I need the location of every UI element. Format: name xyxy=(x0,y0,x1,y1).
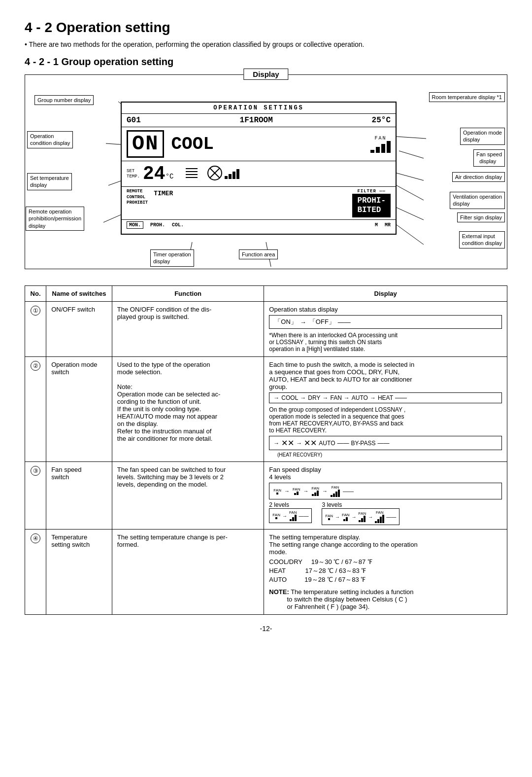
circle-4: ④ xyxy=(31,533,40,543)
filter-sign-ann: Filter sign display xyxy=(457,212,505,222)
row2-no: ② xyxy=(25,357,46,462)
arr4: —— xyxy=(343,488,354,494)
row3-display: Fan speed display 4 levels FAN → FAN xyxy=(264,462,507,530)
lcd-timer-label: TIMER xyxy=(154,190,173,197)
lcd-row2: G01 1F1ROOM 25°C xyxy=(122,114,396,127)
mode-bypass: BY-PASS xyxy=(351,440,375,447)
arr2: → xyxy=(303,488,308,494)
cool-dry-range: COOL/DRY 19～30 ℃ / 67～87 ℉ xyxy=(269,558,502,566)
fan-lv1-bars xyxy=(276,493,278,494)
fan-4-levels: FAN → FAN → FAN xyxy=(269,483,502,499)
lcd-fan-display: FAN xyxy=(370,136,391,153)
f2l2-bars xyxy=(290,515,297,521)
auto-range: AUTO 19～28 ℃ / 67～83 ℉ xyxy=(269,575,502,584)
heat-rec-icon-1: ✕✕ xyxy=(281,438,294,448)
fan-bar-4 xyxy=(387,141,391,153)
lcd-remote-label: REMOTECONTROLPROHIBIT xyxy=(127,189,148,206)
fan-bars xyxy=(370,141,391,153)
fan-3-levels: FAN → FAN xyxy=(322,508,399,525)
row2-display: Each time to push the switch, a mode is … xyxy=(264,357,507,462)
row4-name: Temperaturesetting switch xyxy=(46,530,112,615)
external-input-ann: External inputcondition display xyxy=(459,231,505,248)
air-direction-ann: Air direction display xyxy=(452,172,505,182)
table-row: ③ Fan speedswitch The fan speed can be s… xyxy=(25,462,507,530)
timer-operation-ann: Timer operationdisplay xyxy=(150,249,194,267)
bar1 xyxy=(312,494,314,496)
four-levels-label: 4 levels xyxy=(269,473,502,481)
off-state: 「OFF」 xyxy=(309,318,335,326)
lcd-prohib-box: PROHI-BITED xyxy=(352,194,391,217)
circle-2: ② xyxy=(31,361,40,371)
arrow-cool: → xyxy=(273,394,279,401)
bar2 xyxy=(333,494,335,497)
bar3 xyxy=(317,491,319,496)
mode-auto: AUTO xyxy=(352,394,368,401)
arrow-dash: —— xyxy=(338,318,351,326)
three-levels-label: 3 levels xyxy=(322,501,399,508)
heat-rec-small: (HEAT RECOVERY) xyxy=(269,452,502,458)
row1-no: ① xyxy=(25,302,46,357)
fan2-lv1: FAN xyxy=(272,513,280,519)
group-number-ann: Group number display xyxy=(34,95,94,105)
ventilation-ann: Ventilation operationdisplay xyxy=(450,192,505,209)
remote-prohibit-ann: Remote operationprohibition/permissiondi… xyxy=(26,207,84,231)
lcd-set-row: SETTEMP. 24 °C xyxy=(122,161,396,187)
heat-range: HEAT 17～28 ℃ / 63～83 ℉ xyxy=(269,566,502,575)
lcd-air-icon xyxy=(183,165,200,183)
lossnay-note: On the group composed of independent LOS… xyxy=(269,406,502,434)
bar2 xyxy=(297,492,299,495)
room-temp-ann: Room temperature display *1 xyxy=(429,92,505,102)
intro-text: • There are two methods for the operatio… xyxy=(25,40,507,48)
set-temperature-ann: Set temperaturedisplay xyxy=(27,173,72,190)
mode-cool: COOL xyxy=(281,394,298,401)
bar1 xyxy=(294,493,296,495)
fan-bar-1 xyxy=(370,150,374,153)
bar2 xyxy=(314,493,316,496)
table-row: ② Operation modeswitch Used to the type … xyxy=(25,357,507,462)
fan-lv2-bars xyxy=(294,492,299,495)
f3l1-bars xyxy=(328,518,330,520)
fan-3-levels-group: 3 levels FAN → FAN xyxy=(322,501,399,525)
lcd-set-temp: 24 xyxy=(143,163,166,184)
lcd-room: 1F1ROOM xyxy=(240,116,273,125)
fan-speed-disp-label: Fan speed display xyxy=(269,466,502,473)
note-bold: NOTE: xyxy=(269,588,289,596)
f2l1-bars xyxy=(275,517,277,519)
fan-2-levels-group: 2 levels FAN → FAN xyxy=(269,501,312,525)
display-label: Display xyxy=(243,69,288,80)
row1-func: The ON/OFF condition of the dis-played g… xyxy=(112,302,264,357)
op-status-label: Operation status display xyxy=(269,306,502,313)
row3-func: The fan speed can be switched to four le… xyxy=(112,462,264,530)
header-display: Display xyxy=(264,286,507,302)
f3l4-bars xyxy=(375,515,384,523)
fan2-lv2: FAN xyxy=(289,510,297,521)
fan-lv1: FAN xyxy=(273,488,281,494)
lcd-panel: OPERATION SETTINGS G01 1F1ROOM 25°C ON C… xyxy=(121,102,397,235)
f3l2-bars xyxy=(343,517,348,521)
temp-range-note: The setting range change according to th… xyxy=(269,541,502,556)
lcd-filter-label: FILTER —— xyxy=(357,189,386,194)
row1-name: ON/OFF switch xyxy=(46,302,112,357)
fan-bar-2 xyxy=(376,147,380,153)
cool-mode-seq: → COOL → DRY → FAN → AUTO → HEAT —— xyxy=(269,392,502,403)
row2-func: Used to the type of the operationmode se… xyxy=(112,357,264,462)
bar4 xyxy=(338,490,340,497)
arrow-on-off: → xyxy=(300,318,306,326)
temp-setting-disp-label: The setting temperature display. xyxy=(269,533,502,541)
row3-name: Fan speedswitch xyxy=(46,462,112,530)
header-name: Name of switches xyxy=(46,286,112,302)
lcd-operation-settings: OPERATION SETTINGS xyxy=(122,103,396,114)
row1-display: Operation status display 「ON」 → 「OFF」 ——… xyxy=(264,302,507,357)
on-off-sequence: 「ON」 → 「OFF」 —— xyxy=(269,315,502,329)
arr1: → xyxy=(284,488,290,494)
lcd-vent-icon xyxy=(206,164,224,184)
lcd-mon: MON. xyxy=(127,221,143,229)
row4-no: ④ xyxy=(25,530,46,615)
lcd-group: G01 xyxy=(127,116,141,125)
temp-note: NOTE: The temperature setting includes a… xyxy=(269,588,502,610)
fan3-lv4: FAN xyxy=(375,510,384,523)
fan-speed-ann: Fan speed display xyxy=(473,149,505,167)
page-number: -12- xyxy=(25,625,507,633)
lcd-proh: PROH. xyxy=(150,222,165,228)
heat-rec-icon-2: ✕✕ xyxy=(304,438,317,448)
